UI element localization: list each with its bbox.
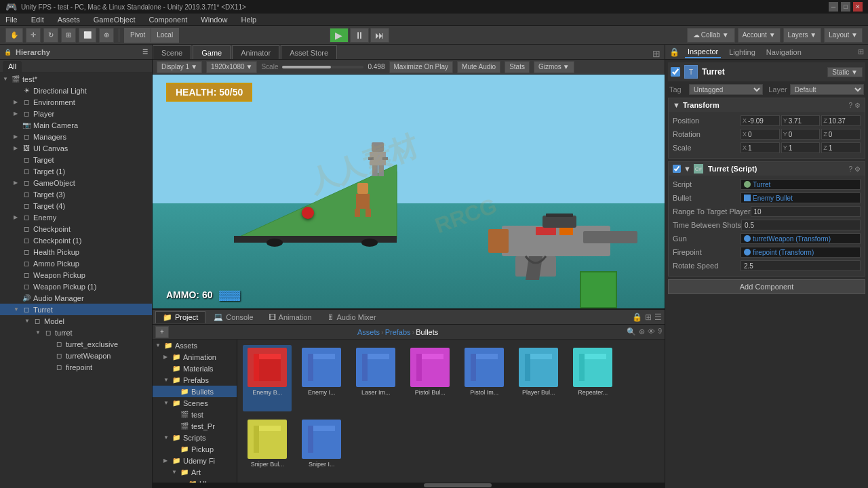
tab-scene[interactable]: Scene <box>153 45 191 59</box>
tree-item-target-1[interactable]: ◻ Target (1) <box>0 165 152 177</box>
asset-sniper-impact[interactable]: Sniper I... <box>297 417 346 483</box>
object-name[interactable]: Turret <box>702 67 823 77</box>
hierarchy-lock-icon[interactable]: 🔒 <box>4 49 12 56</box>
layout-dropdown[interactable]: Layout ▼ <box>824 28 863 43</box>
scale-x-field[interactable]: X 1 <box>741 142 780 153</box>
hierarchy-options-icon[interactable]: ☰ <box>142 49 148 56</box>
close-button[interactable]: ✕ <box>853 2 863 12</box>
tree-item-directional-light[interactable]: ☀ Directional Light <box>0 85 152 96</box>
range-value[interactable]: 10 <box>751 206 861 217</box>
hand-tool[interactable]: ✋ <box>5 28 23 43</box>
transform-settings-icon[interactable]: ? <box>848 102 852 109</box>
play-button[interactable]: ▶ <box>330 28 349 43</box>
tree-item-player[interactable]: ▶ ◻ Player <box>0 108 152 119</box>
menu-file[interactable]: File <box>3 15 20 24</box>
layers-dropdown[interactable]: Layers ▼ <box>783 28 822 43</box>
bottom-menu-icon[interactable]: ☰ <box>654 312 662 322</box>
tree-item-health-pickup[interactable]: ◻ Health Pickup <box>0 246 152 258</box>
turret-script-settings-icon[interactable]: ⚙ <box>854 165 861 173</box>
tree-item-ui-canvas[interactable]: ▶ 🖼 UI Canvas <box>0 142 152 154</box>
breadcrumb-bullets[interactable]: Bullets <box>416 328 438 336</box>
turret-script-header[interactable]: ▼ C# Turret (Script) ? ⚙ <box>669 162 865 176</box>
tree-item-ammo-pickup[interactable]: ◻ Ammo Pickup <box>0 258 152 269</box>
pivot-local-toggle[interactable]: Pivot Local <box>124 28 179 43</box>
asset-enemy-bullet[interactable]: Enemy B... <box>243 345 292 411</box>
asset-enemy-impact[interactable]: Enemy I... <box>297 345 346 411</box>
rect-tool[interactable]: ⬜ <box>79 28 96 43</box>
tab-animator[interactable]: Animator <box>232 45 279 59</box>
asset-pistol-bullet[interactable]: Pistol Bul... <box>406 345 454 411</box>
bullet-value-ref[interactable]: Enemy Bullet <box>741 192 861 203</box>
tree-item-enemy[interactable]: ▶ ◻ Enemy <box>0 211 152 223</box>
scale-z-field[interactable]: Z 1 <box>821 142 861 153</box>
tree-item-managers[interactable]: ▶ ◻ Managers <box>0 131 152 142</box>
menu-gameobject[interactable]: GameObject <box>91 15 138 24</box>
resolution-dropdown[interactable]: 1920x1080 ▼ <box>206 61 257 73</box>
minimize-button[interactable]: ─ <box>829 2 838 12</box>
object-enabled-checkbox[interactable] <box>671 67 680 77</box>
scale-y-field[interactable]: Y 1 <box>781 142 821 153</box>
folder-materials[interactable]: 📁 Materials <box>153 363 237 374</box>
pivot-toggle[interactable]: Pivot <box>125 28 151 42</box>
transform-header[interactable]: ▼ Transform ? ⚙ <box>669 98 865 112</box>
tab-animation[interactable]: 🎞 Animation <box>262 312 319 323</box>
tab-game[interactable]: Game <box>193 45 231 59</box>
tree-item-test[interactable]: ▼ 🎬 test* <box>0 73 152 85</box>
menu-help[interactable]: Help <box>238 15 259 24</box>
game-viewport[interactable]: HEALTH: 50/50 AMMO: 60 ▓▓▓ 人人素材 RRCG <box>153 75 665 308</box>
breadcrumb-prefabs[interactable]: Prefabs <box>385 328 411 336</box>
folder-scenes[interactable]: ▼ 📁 Scenes <box>153 397 237 409</box>
tab-lighting[interactable]: Lighting <box>726 47 758 58</box>
rotation-z-field[interactable]: Z 0 <box>821 129 861 140</box>
gun-value-ref[interactable]: turretWeapon (Transform) <box>741 233 861 244</box>
tree-item-target[interactable]: ◻ Target <box>0 154 152 165</box>
tree-item-weapon-pickup-1[interactable]: ◻ Weapon Pickup (1) <box>0 281 152 292</box>
hierarchy-tab-all[interactable]: All <box>3 61 22 72</box>
menu-edit[interactable]: Edit <box>28 15 47 24</box>
tree-item-checkpoint-1[interactable]: ◻ Checkpoint (1) <box>0 235 152 246</box>
account-dropdown[interactable]: Account ▼ <box>738 28 781 43</box>
tree-item-turret-weapon[interactable]: ◻ turretWeapon <box>0 350 152 361</box>
turret-script-enabled[interactable] <box>673 165 681 173</box>
tree-item-turret-model[interactable]: ▼ ◻ turret <box>0 327 152 338</box>
tag-select[interactable]: Untagged <box>689 84 763 95</box>
scale-slider[interactable] <box>282 66 363 68</box>
asset-player-bullet[interactable]: Player Bul... <box>514 345 563 411</box>
asset-laser-impact[interactable]: Laser Im... <box>351 345 400 411</box>
maximize-button[interactable]: □ <box>841 2 850 12</box>
bottom-expand-icon[interactable]: ⊞ <box>645 312 652 322</box>
gizmos-btn[interactable]: Gizmos ▼ <box>534 61 574 73</box>
maximize-on-play-btn[interactable]: Maximize On Play <box>389 61 454 73</box>
tree-item-audio-manager[interactable]: 🔊 Audio Manager <box>0 292 152 304</box>
tree-item-turret-exclusive[interactable]: ◻ turret_exclusive <box>0 338 152 350</box>
folder-scripts[interactable]: ▼ 📁 Scripts <box>153 432 237 443</box>
turret-script-help-icon[interactable]: ? <box>848 165 852 173</box>
tab-audio-mixer[interactable]: 🎚 Audio Mixer <box>320 312 383 323</box>
tab-asset-store[interactable]: Asset Store <box>281 45 337 59</box>
breadcrumb-assets[interactable]: Assets <box>357 328 380 336</box>
tree-item-main-camera[interactable]: 📷 Main Camera <box>0 119 152 131</box>
tab-console[interactable]: 💻 Console <box>207 311 260 323</box>
move-tool[interactable]: ✛ <box>26 28 41 43</box>
tree-item-firepoint[interactable]: ◻ firepoint <box>0 361 152 373</box>
position-y-field[interactable]: Y 3.71 <box>781 115 821 126</box>
asset-repeater[interactable]: Repeater... <box>568 345 617 411</box>
tree-item-target-4[interactable]: ◻ Target (4) <box>0 200 152 211</box>
folder-udemy[interactable]: ▶ 📁 Udemy Fi <box>153 455 237 466</box>
collab-button[interactable]: ☁ Collab ▼ <box>687 28 735 43</box>
rotate-tool[interactable]: ↻ <box>43 28 58 43</box>
tree-item-checkpoint[interactable]: ◻ Checkpoint <box>0 223 152 235</box>
local-toggle[interactable]: Local <box>151 28 178 42</box>
combined-tool[interactable]: ⊕ <box>99 28 114 43</box>
script-value-ref[interactable]: Turret <box>741 179 861 190</box>
static-button[interactable]: Static ▼ <box>827 67 863 77</box>
firepoint-value-ref[interactable]: firepoint (Transform) <box>741 247 861 258</box>
view-maximize-icon[interactable]: ⊞ <box>652 48 660 59</box>
inspector-tab-lock[interactable]: 🔒 <box>669 47 679 57</box>
menu-window[interactable]: Window <box>198 15 230 24</box>
menu-assets[interactable]: Assets <box>55 15 83 24</box>
tree-item-turret[interactable]: ▼ ◻ Turret <box>0 304 152 315</box>
create-button[interactable]: + <box>155 326 169 338</box>
tree-item-weapon-pickup[interactable]: ◻ Weapon Pickup <box>0 269 152 281</box>
search-icon[interactable]: 🔍 <box>627 327 636 336</box>
